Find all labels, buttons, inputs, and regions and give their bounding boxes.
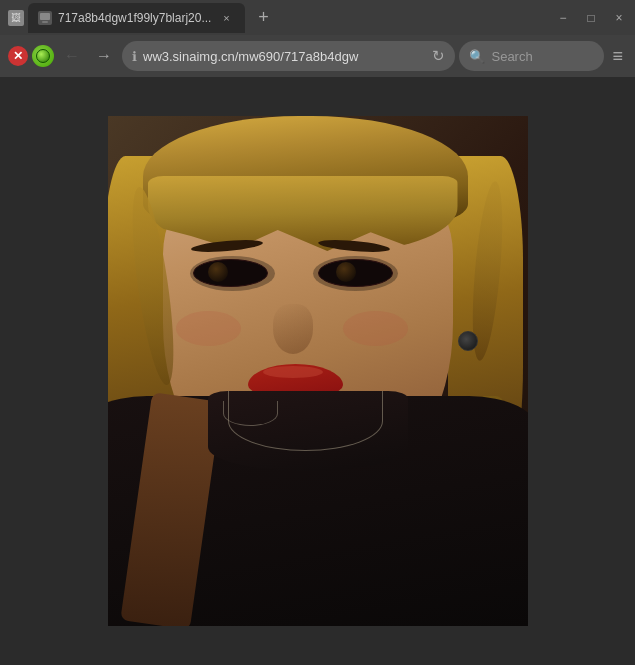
navigation-bar: ✕ ← → ℹ ww3.sinaimg.cn/mw690/717a8b4dgw …	[0, 35, 635, 77]
new-tab-button[interactable]: +	[249, 4, 277, 32]
window-favicon: 🖼	[8, 10, 24, 26]
svg-rect-1	[40, 13, 50, 20]
main-content	[0, 77, 635, 665]
extension-icon-inner	[36, 49, 50, 63]
image-display	[108, 116, 528, 626]
extension-icon[interactable]: ✕	[8, 46, 28, 66]
search-input[interactable]: Search	[491, 49, 532, 64]
extension-icon-2[interactable]	[32, 45, 54, 67]
info-icon: ℹ	[132, 49, 137, 64]
address-bar[interactable]: ℹ ww3.sinaimg.cn/mw690/717a8b4dgw ↻	[122, 41, 455, 71]
menu-button[interactable]: ≡	[608, 46, 627, 67]
refresh-button[interactable]: ↻	[432, 47, 445, 65]
close-window-button[interactable]: ×	[611, 10, 627, 26]
search-bar[interactable]: 🔍 Search	[459, 41, 604, 71]
address-text: ww3.sinaimg.cn/mw690/717a8b4dgw	[143, 49, 426, 64]
portrait-image	[108, 116, 528, 626]
title-bar: 🖼 717a8b4dgw1f99ly7blarj20... × + − □ ×	[0, 0, 635, 35]
tab-favicon	[38, 11, 52, 25]
tab-close-button[interactable]: ×	[217, 9, 235, 27]
maximize-button[interactable]: □	[583, 10, 599, 26]
minimize-button[interactable]: −	[555, 10, 571, 26]
back-button[interactable]: ←	[58, 42, 86, 70]
window-controls: − □ ×	[555, 10, 627, 26]
svg-rect-2	[42, 21, 48, 23]
browser-tab[interactable]: 717a8b4dgw1f99ly7blarj20... ×	[28, 3, 245, 33]
tab-title: 717a8b4dgw1f99ly7blarj20...	[58, 11, 211, 25]
search-icon: 🔍	[469, 49, 485, 64]
forward-button[interactable]: →	[90, 42, 118, 70]
